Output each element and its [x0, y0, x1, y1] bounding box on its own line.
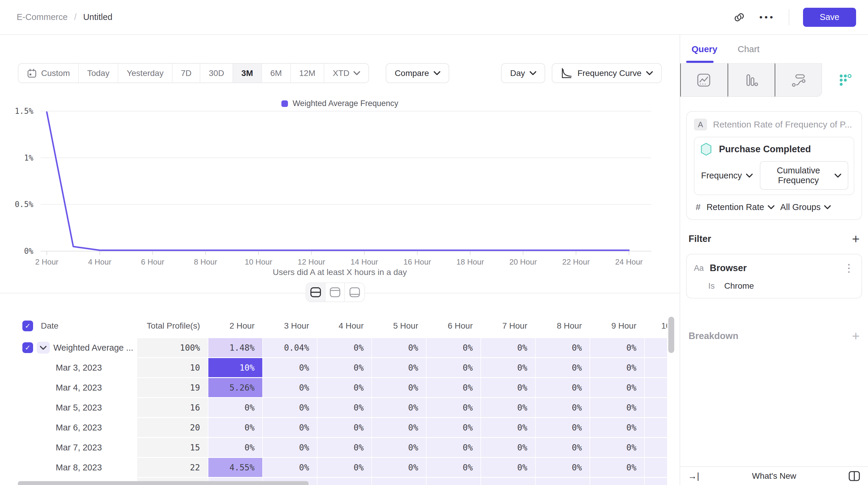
- groups-label: All Groups: [780, 202, 820, 212]
- table-cell: 0%: [263, 418, 317, 437]
- save-button[interactable]: Save: [803, 8, 856, 27]
- add-filter-button[interactable]: +: [852, 232, 860, 246]
- frequency-mode-dropdown[interactable]: Cumulative Frequency: [760, 161, 848, 190]
- measure-dropdown[interactable]: Retention Rate: [707, 202, 774, 212]
- table-cell: 0%: [481, 418, 535, 437]
- report-title[interactable]: Untitled: [83, 12, 113, 22]
- table-horizontal-scrollbar[interactable]: [18, 481, 309, 485]
- table-row: Mar 7, 2023150%0%0%0%0%0%0%0%0%: [18, 438, 667, 457]
- range-12m[interactable]: 12M: [291, 64, 324, 83]
- table-cell: 0%: [317, 358, 371, 377]
- query-panel: Query Chart: [680, 35, 868, 485]
- table-cell: 0%: [317, 438, 371, 457]
- series-title-row[interactable]: A Retention Rate of Frequency of P...: [694, 118, 854, 131]
- granularity-label: Day: [510, 68, 525, 78]
- whats-new-link[interactable]: What's New: [680, 471, 868, 481]
- table-cell: 0%: [590, 458, 644, 477]
- table-cell: 0%: [263, 458, 317, 477]
- chevron-down-icon: [835, 174, 841, 177]
- frequency-mode-label: Cumulative Frequency: [767, 166, 830, 185]
- select-all-checkbox[interactable]: ✓: [22, 321, 33, 331]
- table-vertical-scrollbar[interactable]: [668, 317, 674, 353]
- table-row: Mar 4, 2023195.26%0%0%0%0%0%0%0%0%: [18, 378, 667, 397]
- table-cell: 0%: [645, 438, 667, 457]
- chart-style-button[interactable]: Frequency Curve: [552, 63, 662, 83]
- filter-property: Browser: [710, 263, 747, 273]
- table-cell: [427, 478, 480, 485]
- table-row: Mar 8, 2023224.55%0%0%0%0%0%0%0%0%: [18, 458, 667, 477]
- chart-type-flow[interactable]: [775, 63, 822, 97]
- layout-table-only-button[interactable]: [345, 283, 364, 301]
- table-cell: 0%: [427, 378, 480, 397]
- groups-dropdown[interactable]: All Groups: [780, 202, 831, 212]
- row-checkbox[interactable]: ✓: [22, 342, 33, 353]
- table-cell: 0%: [645, 338, 667, 357]
- range-6m[interactable]: 6M: [262, 64, 291, 83]
- expand-row-button[interactable]: [37, 342, 50, 354]
- table-cell: 0%: [372, 418, 426, 437]
- filter-menu-button[interactable]: ⋮: [843, 264, 854, 272]
- filter-card[interactable]: Aa Browser ⋮ Is Chrome: [686, 254, 862, 298]
- table-cell: 0%: [481, 378, 535, 397]
- tab-chart[interactable]: Chart: [738, 44, 760, 54]
- row-label: Mar 8, 2023: [18, 458, 136, 477]
- table-cell: 0%: [372, 438, 426, 457]
- event-row[interactable]: Purchase Completed: [700, 142, 848, 156]
- frequency-label: Frequency: [701, 171, 742, 181]
- chart-style-label: Frequency Curve: [578, 68, 642, 78]
- table-row: Mar 3, 20231010%0%0%0%0%0%0%0%0%: [18, 358, 667, 377]
- row-label: Mar 7, 2023: [18, 438, 136, 457]
- copy-link-button[interactable]: [733, 11, 745, 24]
- total-profiles-cell: 19: [137, 378, 208, 397]
- table-cell: 0%: [317, 458, 371, 477]
- table-cell: 0%: [263, 398, 317, 417]
- filter-condition-row: Is Chrome: [694, 281, 854, 291]
- range-custom[interactable]: Custom: [19, 64, 79, 83]
- row-label: Mar 4, 2023: [18, 378, 136, 397]
- chart-type-bar[interactable]: [727, 63, 775, 97]
- more-options-button[interactable]: •••: [759, 12, 775, 22]
- range-yesterday[interactable]: Yesterday: [118, 64, 173, 83]
- table-cell: [481, 478, 535, 485]
- chart-type-frequency[interactable]: [822, 63, 868, 97]
- chart-type-line[interactable]: [680, 63, 727, 97]
- granularity-button[interactable]: Day: [501, 63, 545, 83]
- table-cell: 0%: [427, 398, 480, 417]
- chevron-down-icon: [746, 174, 753, 177]
- table-cell: 0%: [590, 378, 644, 397]
- compare-button[interactable]: Compare: [386, 63, 449, 83]
- table-cell: 0%: [317, 418, 371, 437]
- line-chart-icon: [696, 72, 712, 88]
- range-7d[interactable]: 7D: [173, 64, 200, 83]
- table-row: Mar 6, 2023200%0%0%0%0%0%0%0%0%: [18, 418, 667, 437]
- range-30d[interactable]: 30D: [200, 64, 233, 83]
- column-header-hour: 4 Hour: [317, 321, 371, 331]
- breadcrumb-project[interactable]: E-Commerce: [17, 12, 68, 22]
- chevron-down-icon: [353, 71, 360, 75]
- range-3m[interactable]: 3M: [233, 64, 262, 83]
- row-label: Mar 6, 2023: [18, 418, 136, 437]
- chart-toolbar: CustomTodayYesterday7D30D3M6M12MXTD Comp…: [18, 63, 662, 83]
- filter-operator: Is: [708, 281, 715, 291]
- table-cell: 0%: [427, 458, 480, 477]
- table-cell: 0%: [590, 338, 644, 357]
- range-today[interactable]: Today: [79, 64, 118, 83]
- filter-property-row: Aa Browser ⋮: [694, 262, 854, 275]
- layout-split-button[interactable]: [306, 283, 326, 301]
- frequency-line-chart: 0%0.5%1%1.5%2 Hour4 Hour6 Hour8 Hour10 H…: [0, 98, 680, 277]
- plus-icon: +: [852, 231, 860, 246]
- range-xtd[interactable]: XTD: [324, 64, 368, 83]
- table-cell: 0%: [645, 418, 667, 437]
- split-view-icon[interactable]: [848, 471, 860, 481]
- breadcrumb: E-Commerce / Untitled: [17, 12, 113, 22]
- layout-chart-only-button[interactable]: [326, 283, 345, 301]
- frequency-curve-icon: [561, 67, 572, 79]
- row-label: Mar 5, 2023: [18, 398, 136, 417]
- table-cell: 0%: [372, 378, 426, 397]
- tab-query[interactable]: Query: [691, 44, 717, 54]
- frequency-dropdown[interactable]: Frequency: [700, 171, 753, 181]
- total-profiles-cell: 16: [137, 398, 208, 417]
- add-breakdown-button[interactable]: +: [852, 329, 860, 343]
- table-cell: 0%: [372, 358, 426, 377]
- x-tick-label: 24 Hour: [615, 257, 643, 266]
